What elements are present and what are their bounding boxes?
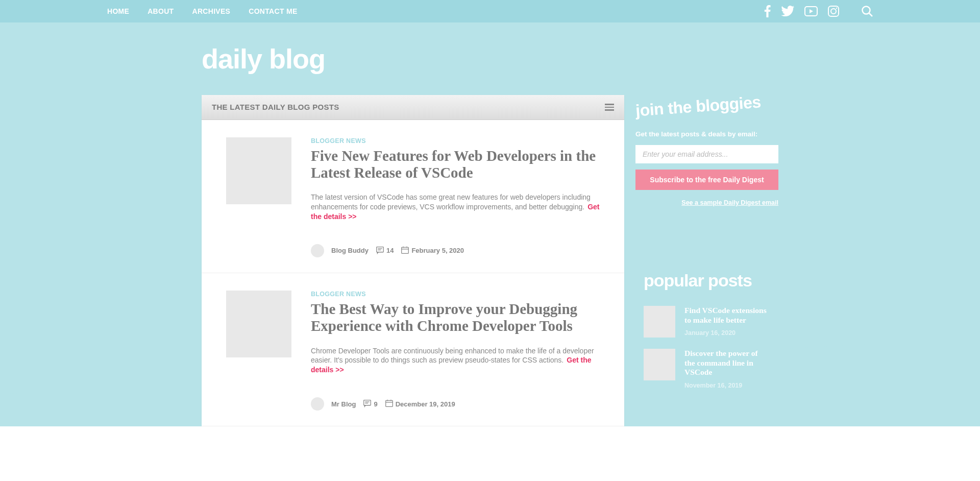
popular-post-item: Discover the power of the command line i… [644, 349, 770, 390]
svg-rect-1 [828, 6, 839, 16]
post-title[interactable]: The Best Way to Improve your Debugging E… [311, 301, 609, 335]
post-excerpt: Chrome Developer Tools are continuously … [311, 346, 609, 375]
post-excerpt: The latest version of VSCode has some gr… [311, 193, 609, 222]
comments-count[interactable]: 9 [363, 399, 377, 409]
popular-post-date: January 16, 2020 [684, 329, 736, 336]
post-thumbnail[interactable] [226, 137, 291, 204]
svg-point-3 [836, 8, 837, 9]
main-feed: THE LATEST DAILY BLOG POSTS BLOGGER NEWS… [202, 95, 624, 426]
svg-point-4 [863, 7, 870, 14]
nav-menu: HOME ABOUT ARCHIVES CONTACT ME [107, 7, 298, 15]
post-title[interactable]: Five New Features for Web Developers in … [311, 148, 609, 182]
post-category[interactable]: BLOGGER NEWS [311, 137, 609, 145]
hero-section: daily blog THE LATEST DAILY BLOG POSTS B… [0, 22, 980, 426]
calendar-icon [385, 399, 394, 409]
author-name[interactable]: Blog Buddy [331, 247, 369, 254]
youtube-icon[interactable] [804, 6, 818, 16]
author-avatar[interactable] [311, 244, 324, 257]
popular-post-item: Find VSCode extensions to make life bett… [644, 306, 770, 338]
popular-post-title[interactable]: Find VSCode extensions to make life bett… [684, 306, 770, 325]
popular-post-date: November 16, 2019 [684, 382, 742, 389]
popular-title: popular posts [644, 271, 770, 291]
signup-subtitle: Get the latest posts & deals by email: [635, 130, 778, 138]
svg-rect-13 [364, 400, 371, 405]
sample-digest-link[interactable]: See a sample Daily Digest email [635, 199, 778, 206]
nav-contact[interactable]: CONTACT ME [249, 7, 297, 15]
sidebar: join the bloggies Get the latest posts &… [635, 95, 778, 411]
post-date: December 19, 2019 [385, 399, 455, 409]
post-item: BLOGGER NEWS The Best Way to Improve you… [202, 273, 624, 426]
comment-icon [363, 399, 372, 409]
popular-thumbnail[interactable] [644, 306, 675, 338]
facebook-icon[interactable] [764, 5, 771, 17]
nav-home[interactable]: HOME [107, 7, 129, 15]
post-category[interactable]: BLOGGER NEWS [311, 291, 609, 298]
instagram-icon[interactable] [828, 6, 839, 17]
email-input[interactable] [635, 145, 778, 163]
twitter-icon[interactable] [781, 6, 794, 17]
svg-rect-6 [377, 247, 384, 252]
svg-point-2 [831, 9, 836, 14]
post-meta: Mr Blog 9 December 19, 2019 [311, 397, 609, 411]
author-avatar[interactable] [311, 397, 324, 411]
top-navigation: HOME ABOUT ARCHIVES CONTACT ME [0, 0, 980, 22]
nav-about[interactable]: ABOUT [148, 7, 174, 15]
comment-icon [376, 246, 384, 256]
author-name[interactable]: Mr Blog [331, 400, 356, 408]
search-icon[interactable] [862, 6, 873, 17]
nav-archives[interactable]: ARCHIVES [192, 7, 230, 15]
post-meta: Blog Buddy 14 February 5, 2020 [311, 244, 609, 257]
signup-box: join the bloggies Get the latest posts &… [635, 95, 778, 221]
site-title: daily blog [202, 43, 778, 95]
popular-posts-box: popular posts Find VSCode extensions to … [635, 269, 778, 411]
social-icons [764, 5, 873, 17]
popular-post-title[interactable]: Discover the power of the command line i… [684, 349, 770, 377]
popular-thumbnail[interactable] [644, 349, 675, 380]
svg-line-5 [869, 13, 872, 16]
calendar-icon [401, 246, 409, 256]
feed-header: THE LATEST DAILY BLOG POSTS [202, 95, 624, 120]
post-date: February 5, 2020 [401, 246, 464, 256]
hamburger-icon[interactable] [605, 102, 614, 112]
signup-title: join the bloggies [635, 92, 762, 120]
subscribe-button[interactable]: Subscribe to the free Daily Digest [635, 170, 778, 190]
post-item: BLOGGER NEWS Five New Features for Web D… [202, 120, 624, 273]
svg-rect-16 [385, 401, 393, 407]
comments-count[interactable]: 14 [376, 246, 394, 256]
feed-title: THE LATEST DAILY BLOG POSTS [212, 103, 339, 111]
post-thumbnail[interactable] [226, 291, 291, 357]
svg-rect-9 [402, 247, 409, 253]
